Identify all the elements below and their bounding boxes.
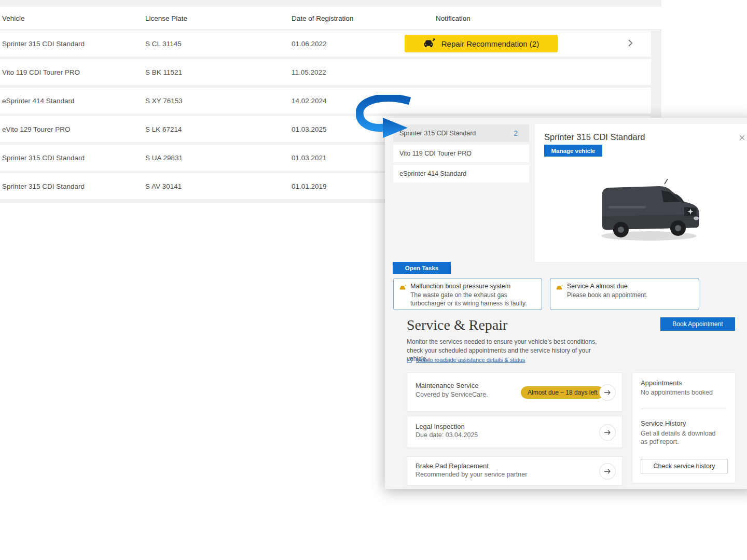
vehicle-list-label: eSprinter 414 Standard [399,170,466,177]
task-description: The waste gate on the exhaust gas turboc… [410,291,536,307]
vehicle-cell: eVito 129 Tourer PRO [2,125,71,133]
van-image [588,175,710,247]
appointments-history-panel: Appointments No appointments booked Serv… [632,372,736,483]
license-plate-cell: S LK 67214 [145,125,182,133]
registration-date-cell: 01.03.2021 [292,154,327,162]
close-icon[interactable] [737,133,746,143]
table-header: Vehicle License Plate Date of Registrati… [0,7,661,30]
service-card-subtitle: Due date: 03.04.2025 [416,431,478,439]
car-repair-icon [423,38,436,50]
column-header-license-plate: License Plate [145,15,187,22]
open-tasks-count-badge: 2 [514,129,518,137]
service-card-title: Brake Pad Replacement [416,462,489,470]
open-task-card[interactable]: Service A almost due Please book an appo… [550,278,699,310]
column-header-notification: Notification [436,15,471,22]
license-plate-cell: S BK 11521 [145,68,182,76]
mobilo-assistance-link[interactable]: Mobilo roadside assistance details & sta… [407,357,525,363]
arrow-right-icon[interactable] [599,384,616,401]
table-row[interactable]: Sprinter 315 CDI Standard S CL 31145 01.… [0,31,651,57]
service-card-title: Maintenance Service [416,382,478,389]
vehicle-list-label: Vito 119 CDI Tourer PRO [399,150,472,157]
vehicle-card: Sprinter 315 CDI Standard Manage vehicle [535,124,747,262]
registration-date-cell: 14.02.2024 [292,97,327,105]
brake-pad-replacement-card[interactable]: Brake Pad Replacement Recommended by you… [407,456,622,486]
vehicle-list-label: Sprinter 315 CDI Standard [399,130,476,137]
book-appointment-button[interactable]: Book Appointment [660,317,735,331]
registration-date-cell: 01.01.2019 [292,183,327,190]
legal-inspection-card[interactable]: Legal Inspection Due date: 03.04.2025 [407,416,622,448]
appointments-title: Appointments [641,379,682,387]
divider [641,409,727,409]
open-tasks-tab[interactable]: Open Tasks [393,262,451,274]
open-task-card[interactable]: Malfunction boost pressure system The wa… [393,278,542,310]
column-header-vehicle: Vehicle [2,15,25,22]
almost-due-badge: Almost due – 18 days left [521,386,604,399]
arrow-right-icon[interactable] [599,463,616,480]
vehicle-list-item[interactable]: Sprinter 315 CDI Standard 2 [393,124,529,142]
service-and-repair-heading: Service & Repair [407,317,507,333]
appointments-status: No appointments booked [641,389,731,396]
manage-vehicle-button[interactable]: Manage vehicle [544,145,602,157]
vehicle-cell: Vito 119 CDI Tourer PRO [2,68,80,76]
service-card-subtitle: Covered by ServiceCare. [416,391,488,398]
registration-date-cell: 01.06.2022 [292,40,327,48]
mobilo-assistance-link-label: Mobilo roadside assistance details & sta… [416,357,525,363]
vehicle-cell: Sprinter 315 CDI Standard [2,183,85,190]
license-plate-cell: S CL 31145 [145,40,182,48]
external-link-icon [407,357,413,363]
repair-recommendation-label: Repair Recommendation (2) [441,39,539,48]
table-row[interactable]: eSprinter 414 Standard S XY 76153 14.02.… [0,88,651,114]
registration-date-cell: 01.03.2025 [292,125,327,133]
vehicle-card-title: Sprinter 315 CDI Standard [544,132,645,142]
chevron-right-icon[interactable] [625,38,636,49]
license-plate-cell: S AV 30141 [145,183,182,190]
maintenance-service-card[interactable]: Maintenance Service Covered by ServiceCa… [407,372,622,412]
service-history-title: Service History [641,419,686,427]
vehicle-cell: Sprinter 315 CDI Standard [2,154,85,162]
task-title: Service A almost due [567,283,628,290]
license-plate-cell: S UA 29831 [145,154,183,162]
table-row[interactable]: Vito 119 CDI Tourer PRO S BK 11521 11.05… [0,59,651,85]
column-header-date-of-registration: Date of Registration [292,15,353,22]
vehicle-detail-popup: Sprinter 315 CDI Standard 2 Vito 119 CDI… [385,118,747,489]
task-description: Please book an appointment. [567,291,694,300]
check-service-history-button[interactable]: Check service history [641,459,728,473]
license-plate-cell: S XY 76153 [145,97,183,105]
vehicle-list-item[interactable]: eSprinter 414 Standard [393,165,529,183]
car-repair-icon [399,284,406,293]
vehicle-cell: eSprinter 414 Standard [2,97,75,105]
registration-date-cell: 11.05.2022 [292,68,326,76]
service-history-description: Get all details & download as pdf report… [641,429,720,446]
repair-recommendation-button[interactable]: Repair Recommendation (2) [405,35,558,52]
arrow-right-icon[interactable] [599,424,616,441]
vehicle-cell: Sprinter 315 CDI Standard [2,40,85,48]
vehicle-list-item[interactable]: Vito 119 CDI Tourer PRO [393,145,529,162]
service-card-title: Legal Inspection [416,423,465,430]
task-title: Malfunction boost pressure system [410,283,510,290]
service-card-subtitle: Recommended by your service partner [416,471,527,478]
car-repair-icon [556,284,563,293]
